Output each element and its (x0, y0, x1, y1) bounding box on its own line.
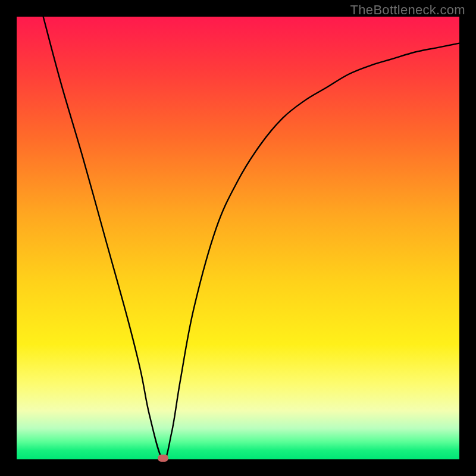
curve-path (43, 17, 459, 459)
plot-area (17, 17, 459, 459)
chart-frame: TheBottleneck.com (0, 0, 476, 476)
bottleneck-curve (17, 17, 459, 459)
optimum-marker (158, 455, 168, 462)
watermark-label: TheBottleneck.com (350, 2, 465, 18)
